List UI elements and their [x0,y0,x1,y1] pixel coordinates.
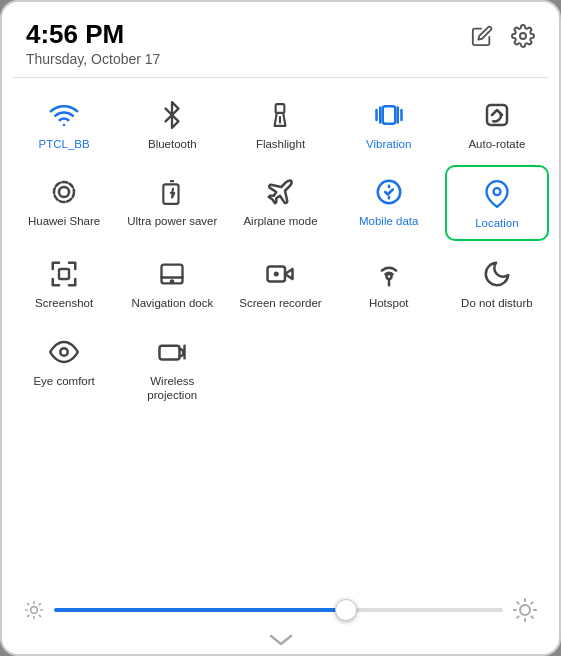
status-icons [471,20,535,48]
svg-point-25 [60,348,68,356]
mobiledata-icon [372,175,406,209]
status-bar: 4:56 PM Thursday, October 17 [2,2,559,77]
qs-label-autorotate: Auto-rotate [468,138,525,152]
qs-item-wifi[interactable]: PTCL_BB [12,88,116,160]
quick-settings-panel: PTCL_BB Bluetooth [2,78,559,586]
phone-container: 4:56 PM Thursday, October 17 [0,0,561,656]
svg-rect-4 [382,106,395,124]
qs-label-vibration: Vibration [366,138,411,152]
time-block: 4:56 PM Thursday, October 17 [26,20,160,67]
qs-item-location[interactable]: Location [445,165,549,241]
qs-item-donotdisturb[interactable]: Do not disturb [445,247,549,319]
settings-icon[interactable] [511,24,535,48]
bottom-chevron[interactable] [2,630,559,654]
qs-item-autorotate[interactable]: Auto-rotate [445,88,549,160]
qs-item-bluetooth[interactable]: Bluetooth [120,88,224,160]
qs-item-screenshot[interactable]: Screenshot [12,247,116,319]
brightness-high-icon [513,598,537,622]
svg-rect-26 [160,346,180,360]
qs-item-huaweishare[interactable]: Huawei Share [12,165,116,241]
brightness-bar-section [2,586,559,630]
svg-line-43 [517,616,518,617]
qs-label-eyecomfort: Eye comfort [33,375,94,389]
eyecomfort-icon [47,335,81,369]
qs-item-screenrecorder[interactable]: Screen recorder [228,247,332,319]
qs-label-ultrapowersaver: Ultra power saver [127,215,217,229]
svg-point-36 [520,605,530,615]
qs-label-mobiledata: Mobile data [359,215,418,229]
svg-line-31 [39,615,40,616]
qs-item-navigationdock[interactable]: Navigation dock [120,247,224,319]
qs-item-wirelessprojection[interactable]: Wireless projection [120,325,224,411]
svg-line-34 [28,615,29,616]
navigationdock-icon [155,257,189,291]
svg-line-39 [517,602,518,603]
autorotate-icon [480,98,514,132]
flashlight-icon [263,98,297,132]
donotdisturb-icon [480,257,514,291]
svg-rect-12 [164,185,179,205]
location-icon [480,177,514,211]
vibration-icon [372,98,406,132]
svg-line-30 [28,604,29,605]
brightness-low-icon [24,600,44,620]
qs-label-screenrecorder: Screen recorder [239,297,321,311]
svg-point-15 [493,189,500,196]
qs-item-flashlight[interactable]: Flashlight [228,88,332,160]
svg-point-11 [54,182,74,202]
svg-point-10 [59,187,69,197]
svg-line-44 [531,602,532,603]
hotspot-icon [372,257,406,291]
svg-line-35 [39,604,40,605]
qs-label-screenshot: Screenshot [35,297,93,311]
airplanemode-icon [263,175,297,209]
screenshot-icon [47,257,81,291]
edit-icon[interactable] [471,25,493,47]
qs-label-navigationdock: Navigation dock [131,297,213,311]
qs-item-airplanemode[interactable]: Airplane mode [228,165,332,241]
qs-item-ultrapowersaver[interactable]: Ultra power saver [120,165,224,241]
qs-label-hotspot: Hotspot [369,297,409,311]
screenrecorder-icon [263,257,297,291]
huaweishare-icon [47,175,81,209]
qs-item-vibration[interactable]: Vibration [337,88,441,160]
svg-point-22 [274,272,279,277]
time-display: 4:56 PM [26,20,160,49]
qs-label-wifi: PTCL_BB [39,138,90,152]
qs-label-wirelessprojection: Wireless projection [124,375,220,403]
bluetooth-icon [155,98,189,132]
qs-label-airplanemode: Airplane mode [243,215,317,229]
qs-label-location: Location [475,217,518,231]
svg-line-40 [531,616,532,617]
svg-point-27 [31,607,38,614]
wirelessprojection-icon [155,335,189,369]
qs-item-mobiledata[interactable]: Mobile data [337,165,441,241]
qs-grid: PTCL_BB Bluetooth [12,88,549,411]
qs-label-huaweishare: Huawei Share [28,215,100,229]
svg-point-0 [520,33,526,39]
brightness-slider[interactable] [54,600,503,620]
qs-item-hotspot[interactable]: Hotspot [337,247,441,319]
qs-item-eyecomfort[interactable]: Eye comfort [12,325,116,411]
qs-label-flashlight: Flashlight [256,138,305,152]
qs-label-donotdisturb: Do not disturb [461,297,533,311]
qs-label-bluetooth: Bluetooth [148,138,197,152]
svg-rect-2 [276,104,285,113]
wifi-icon [47,98,81,132]
svg-point-19 [171,281,173,283]
ultrapowersaver-icon [155,175,189,209]
svg-rect-16 [59,269,69,279]
date-display: Thursday, October 17 [26,51,160,67]
